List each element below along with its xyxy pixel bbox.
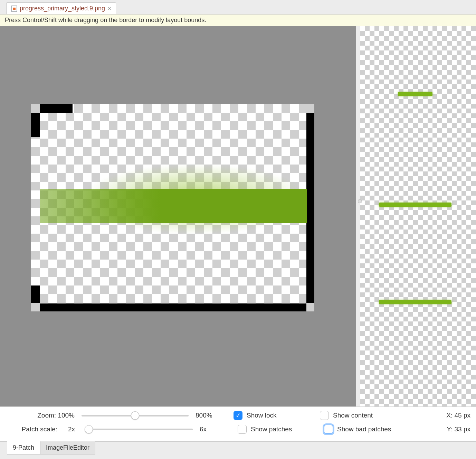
patch-corner: [305, 104, 314, 113]
show-bad-patches-label: Show bad patches: [337, 425, 391, 433]
file-tab-label: progress_primary_styled.9.png: [20, 5, 105, 12]
patch-scale-max: 6x: [200, 425, 224, 433]
patch-scale-label: Patch scale:: [6, 425, 57, 433]
coord-y: Y: 33 px: [429, 425, 470, 433]
show-bad-patches-checkbox[interactable]: [324, 425, 333, 434]
hint-banner: Press Control/Shift while dragging on th…: [0, 15, 476, 26]
preview-progress-bar: [398, 92, 432, 96]
editor-canvas[interactable]: [0, 26, 356, 406]
zoom-slider-thumb[interactable]: [131, 411, 139, 420]
show-content-checkbox[interactable]: [320, 411, 329, 420]
patch-corner: [31, 302, 40, 311]
preview-pane: [356, 26, 476, 406]
zoom-max-label: 800%: [196, 412, 220, 419]
preview-splitter-handle[interactable]: [358, 199, 362, 203]
patch-marker-bottom[interactable]: [40, 303, 306, 311]
ninepatch-image[interactable]: [31, 104, 314, 311]
patch-corner: [305, 302, 314, 311]
patch-corner: [31, 104, 40, 113]
preview-progress-bar: [379, 203, 451, 207]
show-patches-label: Show patches: [251, 425, 292, 433]
file-tab-bar: progress_primary_styled.9.png ×: [0, 0, 476, 15]
patch-scale-slider-thumb[interactable]: [85, 425, 93, 433]
patch-marker-top[interactable]: [40, 104, 73, 113]
file-icon: [11, 6, 17, 12]
zoom-slider[interactable]: [82, 415, 189, 416]
show-content-label: Show content: [333, 412, 373, 419]
patch-scale-slider[interactable]: [86, 429, 193, 430]
controls-panel: Zoom: 100% 800% ✓ Show lock Show content…: [0, 406, 476, 441]
bottom-tab-bar: 9-Patch ImageFileEditor: [0, 441, 476, 458]
patch-marker-left[interactable]: [31, 113, 40, 137]
show-lock-label: Show lock: [247, 412, 277, 419]
show-lock-checkbox[interactable]: ✓: [234, 411, 242, 420]
show-patches-checkbox[interactable]: [238, 425, 247, 434]
close-icon[interactable]: ×: [108, 6, 111, 12]
patch-marker-right[interactable]: [306, 113, 314, 303]
coord-x: X: 45 px: [429, 412, 470, 419]
preview-area[interactable]: [360, 26, 476, 406]
zoom-label: Zoom: 100%: [6, 412, 75, 419]
image-progress-bar: [40, 189, 307, 223]
file-tab[interactable]: progress_primary_styled.9.png ×: [6, 2, 116, 14]
tab-image-file-editor[interactable]: ImageFileEditor: [40, 441, 95, 455]
patch-scale-min: 2x: [64, 425, 79, 433]
tab-9patch[interactable]: 9-Patch: [7, 441, 40, 455]
patch-marker-left[interactable]: [31, 285, 40, 303]
workspace: [0, 26, 476, 406]
preview-progress-bar: [379, 300, 451, 304]
